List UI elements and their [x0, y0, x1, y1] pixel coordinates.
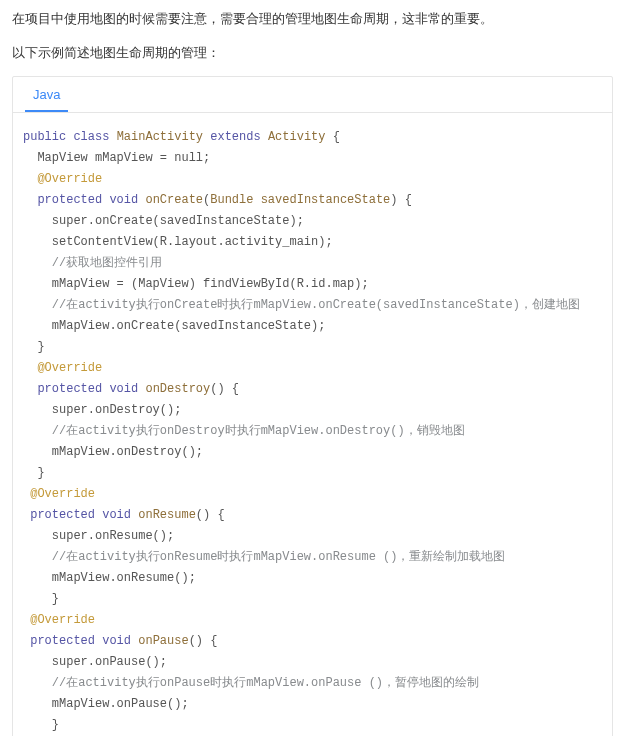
- code-tabs: Java: [13, 77, 612, 113]
- kw-protected: protected: [37, 193, 102, 207]
- kw-extends: extends: [210, 130, 260, 144]
- code-line: mMapView.onPause();: [23, 697, 189, 711]
- code-line: setContentView(R.layout.activity_main);: [23, 235, 333, 249]
- brace: }: [23, 592, 59, 606]
- fn-onpause: onPause: [138, 634, 188, 648]
- code-line: super.onDestroy();: [23, 403, 181, 417]
- intro-paragraph-2: 以下示例简述地图生命周期的管理：: [12, 42, 613, 64]
- kw-void: void: [109, 193, 138, 207]
- code-line: mMapView = (MapView) findViewById(R.id.m…: [23, 277, 369, 291]
- annotation: @Override: [23, 172, 102, 186]
- paren: (): [210, 382, 224, 396]
- brace: {: [326, 130, 340, 144]
- code-line: super.onResume();: [23, 529, 174, 543]
- param-type: Bundle: [210, 193, 253, 207]
- comment: //在activity执行onResume时执行mMapView.onResum…: [23, 550, 505, 564]
- kw-protected: protected: [30, 634, 95, 648]
- brace: {: [225, 382, 239, 396]
- intro-paragraph-1: 在项目中使用地图的时候需要注意，需要合理的管理地图生命周期，这非常的重要。: [12, 8, 613, 30]
- fn-onresume: onResume: [138, 508, 196, 522]
- paren: (): [189, 634, 203, 648]
- kw-void: void: [102, 508, 131, 522]
- paren: ): [390, 193, 397, 207]
- annotation: @Override: [23, 613, 95, 627]
- brace: {: [210, 508, 224, 522]
- brace: }: [23, 466, 45, 480]
- code-block: Java public class MainActivity extends A…: [12, 76, 613, 736]
- code-line: MapView mMapView = null;: [23, 151, 210, 165]
- comment: //在activity执行onDestroy时执行mMapView.onDest…: [23, 424, 465, 438]
- indent: [23, 193, 37, 207]
- code-line: mMapView.onDestroy();: [23, 445, 203, 459]
- annotation: @Override: [23, 487, 95, 501]
- comment: //在activity执行onCreate时执行mMapView.onCreat…: [23, 298, 580, 312]
- paren: (): [196, 508, 210, 522]
- fn-ondestroy: onDestroy: [145, 382, 210, 396]
- kw-class: class: [73, 130, 109, 144]
- tab-java[interactable]: Java: [25, 77, 68, 112]
- kw-protected: protected: [30, 508, 95, 522]
- kw-void: void: [109, 382, 138, 396]
- code-line: super.onCreate(savedInstanceState);: [23, 214, 304, 228]
- brace: }: [23, 718, 59, 732]
- indent: [23, 382, 37, 396]
- code-line: super.onPause();: [23, 655, 167, 669]
- param-name: savedInstanceState: [261, 193, 391, 207]
- brace: }: [23, 340, 45, 354]
- code-content: public class MainActivity extends Activi…: [13, 113, 612, 736]
- annotation: @Override: [23, 361, 102, 375]
- sp: [253, 193, 260, 207]
- brace: {: [398, 193, 412, 207]
- code-line: mMapView.onCreate(savedInstanceState);: [23, 319, 325, 333]
- comment: //在activity执行onPause时执行mMapView.onPause …: [23, 676, 479, 690]
- kw-void: void: [102, 634, 131, 648]
- superclass: Activity: [268, 130, 326, 144]
- class-name: MainActivity: [117, 130, 203, 144]
- code-line: mMapView.onResume();: [23, 571, 196, 585]
- fn-oncreate: onCreate: [145, 193, 203, 207]
- kw-protected: protected: [37, 382, 102, 396]
- comment: //获取地图控件引用: [23, 256, 162, 270]
- kw-public: public: [23, 130, 66, 144]
- brace: {: [203, 634, 217, 648]
